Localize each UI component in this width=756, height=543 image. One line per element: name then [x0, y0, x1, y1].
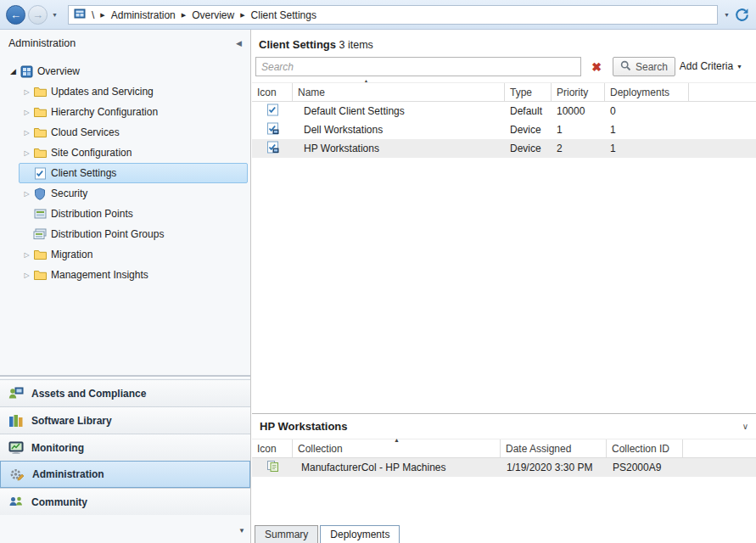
search-bar: ✖ Search Add Criteria▼: [255, 57, 753, 77]
sidebar-item-site-configuration[interactable]: ▷ Site Configuration: [19, 143, 250, 163]
cell-deployments: 0: [605, 105, 689, 117]
chevron-down-icon: ▼: [736, 64, 742, 70]
collapsed-arrow-icon[interactable]: ▷: [21, 190, 32, 198]
breadcrumb-item-administration[interactable]: Administration: [111, 9, 176, 21]
tree-label: Distribution Point Groups: [48, 228, 164, 240]
tree-label: Overview: [34, 65, 80, 77]
tree-label: Updates and Servicing: [48, 86, 154, 98]
cell-deployments: 1: [605, 124, 689, 136]
table-row-hp-workstations[interactable]: HP Workstations Device 2 1: [252, 139, 756, 158]
deployments-list-header: Icon Collection Date Assigned Collection…: [252, 439, 756, 458]
distribution-point-group-icon: [32, 228, 48, 240]
tab-summary[interactable]: Summary: [255, 525, 318, 543]
column-header-name[interactable]: Name: [293, 83, 505, 101]
breadcrumb-separator-icon: ▶: [240, 11, 244, 19]
cell-collection-id: PS2000A9: [607, 462, 683, 473]
sidebar-item-migration[interactable]: ▷ Migration: [19, 244, 250, 265]
list-title: Client Settings: [259, 38, 336, 51]
workspace-label: Assets and Compliance: [31, 388, 146, 400]
tree-label: Distribution Points: [48, 208, 133, 220]
item-count: 3 items: [339, 39, 373, 51]
folder-icon: [32, 249, 48, 260]
search-icon: [620, 60, 631, 74]
column-header-collection-id[interactable]: Collection ID: [607, 439, 683, 457]
sidebar-item-distribution-point-groups[interactable]: Distribution Point Groups: [19, 224, 250, 244]
workspace-assets-and-compliance[interactable]: Assets and Compliance: [0, 379, 250, 406]
sort-ascending-icon[interactable]: ▲: [394, 437, 400, 443]
collapsed-arrow-icon[interactable]: ▷: [21, 272, 32, 279]
forward-button[interactable]: →: [28, 5, 48, 25]
back-button[interactable]: ←: [6, 5, 25, 25]
table-row-default-client-settings[interactable]: Default Client Settings Default 10000 0: [252, 102, 756, 120]
workspace-monitoring[interactable]: Monitoring: [0, 434, 250, 461]
breadcrumb-separator-icon: ▶: [182, 11, 186, 19]
table-row-dell-workstations[interactable]: Dell Workstations Device 1 1: [252, 120, 756, 139]
workspace-label: Monitoring: [31, 442, 84, 454]
column-header-icon[interactable]: Icon: [252, 439, 293, 457]
workspace-administration[interactable]: Administration: [0, 461, 250, 488]
refresh-icon[interactable]: [735, 8, 749, 22]
collapsed-arrow-icon[interactable]: ▷: [21, 251, 32, 259]
tree-label: Site Configuration: [48, 147, 132, 159]
collapsed-arrow-icon[interactable]: ▷: [21, 149, 32, 157]
breadcrumb-item-client-settings[interactable]: Client Settings: [251, 9, 316, 21]
collapse-pane-icon[interactable]: ◀: [236, 39, 242, 48]
column-header-icon[interactable]: Icon: [252, 83, 293, 101]
workspace-overflow-chevron-icon[interactable]: ▼: [238, 527, 245, 535]
client-settings-list: Icon Name Type Priority Deployments Defa…: [252, 82, 756, 158]
navigation-history-dropdown[interactable]: ▼: [52, 12, 58, 18]
tab-deployments[interactable]: Deployments: [320, 525, 400, 543]
sidebar-item-hierarchy-configuration[interactable]: ▷ Hierarchy Configuration: [19, 102, 250, 122]
add-criteria-button[interactable]: Add Criteria▼: [680, 60, 742, 72]
cell-name: Dell Workstations: [293, 124, 505, 136]
sidebar-item-client-settings[interactable]: Client Settings: [19, 163, 248, 183]
breadcrumb-separator-icon: ▶: [100, 11, 104, 19]
cell-collection: ManufacturerCol - HP Machines: [293, 462, 501, 473]
detail-tabs: Summary Deployments: [255, 525, 400, 543]
software-library-icon: [8, 414, 25, 428]
tree-label: Client Settings: [48, 167, 116, 179]
sidebar-item-cloud-services[interactable]: ▷ Cloud Services: [19, 122, 250, 143]
collapse-detail-chevron-icon[interactable]: ∨: [742, 422, 748, 431]
navigation-tree: ◢ Overview ▷ Updates and Servicing ▷ Hie…: [0, 61, 250, 285]
cell-name: HP Workstations: [293, 143, 505, 154]
workspace-software-library[interactable]: Software Library: [0, 406, 250, 434]
table-row-manufacturercol[interactable]: ManufacturerCol - HP Machines 1/19/2020 …: [252, 458, 756, 477]
sidebar-item-updates-and-servicing[interactable]: ▷ Updates and Servicing: [19, 81, 250, 102]
breadcrumb-dropdown[interactable]: ▼: [724, 12, 730, 18]
breadcrumb-item-overview[interactable]: Overview: [192, 9, 234, 21]
column-header-priority[interactable]: Priority: [552, 83, 605, 101]
detail-pane: HP Workstations ∨ ▲ Icon Collection Date…: [252, 413, 756, 543]
workspace-community[interactable]: Community: [0, 488, 250, 515]
workspace-label: Community: [31, 496, 87, 508]
sidebar-item-security[interactable]: ▷ Security: [19, 183, 250, 204]
administration-icon: [8, 467, 25, 481]
column-header-type[interactable]: Type: [505, 83, 552, 101]
cell-priority: 1: [552, 124, 605, 136]
search-input[interactable]: [255, 57, 581, 76]
forward-arrow-icon: →: [32, 8, 43, 21]
pane-splitter[interactable]: [0, 375, 250, 378]
sidebar-item-distribution-points[interactable]: Distribution Points: [19, 204, 250, 224]
expanded-arrow-icon[interactable]: ◢: [8, 67, 19, 76]
collapsed-arrow-icon[interactable]: ▷: [21, 88, 32, 96]
collapsed-arrow-icon[interactable]: ▷: [21, 129, 32, 137]
monitoring-icon: [8, 441, 25, 455]
community-icon: [8, 495, 25, 509]
collapsed-arrow-icon[interactable]: ▷: [21, 109, 32, 116]
results-pane: Client Settings 3 items ✖ Search Add Cri…: [252, 30, 756, 543]
navigation-pane-title: Administration: [8, 37, 236, 49]
column-header-deployments[interactable]: Deployments: [605, 83, 689, 101]
cell-priority: 2: [552, 143, 605, 154]
sidebar-item-management-insights[interactable]: ▷ Management Insights: [19, 265, 250, 285]
cell-deployments: 1: [605, 143, 689, 154]
clear-search-icon[interactable]: ✖: [588, 59, 605, 76]
search-button[interactable]: Search: [613, 57, 675, 76]
detail-header: HP Workstations ∨: [252, 414, 756, 439]
sidebar-item-overview[interactable]: ◢ Overview: [0, 61, 250, 81]
breadcrumb-root[interactable]: \: [92, 9, 94, 21]
folder-icon: [32, 269, 48, 281]
search-button-label: Search: [636, 61, 668, 73]
column-header-date-assigned[interactable]: Date Assigned: [501, 439, 607, 457]
cell-name: Default Client Settings: [293, 105, 505, 117]
